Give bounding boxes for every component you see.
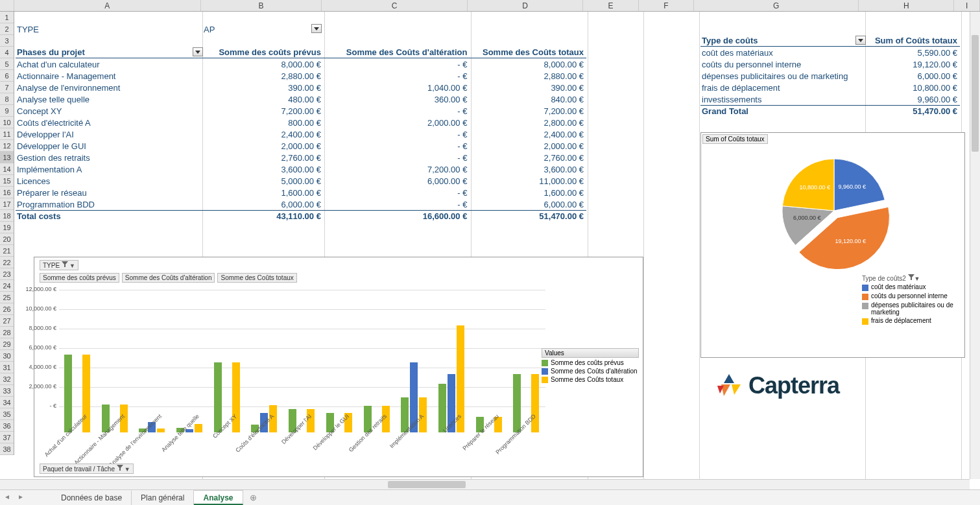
row-header-12[interactable]: 12 xyxy=(0,140,14,152)
grand-total-row: Grand Total51,470.00 € xyxy=(700,105,960,117)
column-header-I[interactable]: I xyxy=(954,0,980,11)
bar-chart[interactable]: TYPE ▼ Somme des coûts prévusSomme des C… xyxy=(34,257,643,477)
bar-chart-plot: - €2,000.00 €4,000.00 €6,000.00 €8,000.0… xyxy=(59,290,545,432)
row-header-36[interactable]: 36 xyxy=(0,420,14,432)
pie-chart-title-chip[interactable]: Sum of Coûts totaux xyxy=(702,134,768,144)
select-all-corner[interactable] xyxy=(0,0,14,11)
row-header-1[interactable]: 1 xyxy=(0,12,14,23)
table-row[interactable]: Achat d'un calculateur8,000.00 €- €8,000… xyxy=(16,58,586,70)
row-header-28[interactable]: 28 xyxy=(0,327,14,338)
svg-marker-4 xyxy=(724,374,734,383)
svg-text:19,120.00 €: 19,120.00 € xyxy=(835,238,866,244)
row-header-34[interactable]: 34 xyxy=(0,397,14,408)
table-row[interactable]: dépenses publicitaires ou de marketing6,… xyxy=(700,70,960,82)
row-header-10[interactable]: 10 xyxy=(0,117,14,128)
row-header-8[interactable]: 8 xyxy=(0,93,14,105)
row-header-21[interactable]: 21 xyxy=(0,245,14,257)
table-row[interactable]: Préparer le réseau1,600.00 €- €1,600.00 … xyxy=(16,187,586,198)
row-header-7[interactable]: 7 xyxy=(0,82,14,93)
horizontal-scrollbar[interactable] xyxy=(0,479,970,489)
column-header-G[interactable]: G xyxy=(694,0,859,11)
row-header-32[interactable]: 32 xyxy=(0,373,14,385)
table-row[interactable]: frais de déplacement10,800.00 € xyxy=(700,82,960,93)
pie-chart[interactable]: Sum of Coûts totaux 9,960.00 €19,120.00 … xyxy=(700,132,965,358)
filter-dropdown-icon[interactable] xyxy=(193,47,203,56)
filter-value: AP xyxy=(204,25,215,34)
row-header-17[interactable]: 17 xyxy=(0,198,14,210)
col-header-phases[interactable]: Phases du projet xyxy=(16,47,203,57)
table-row[interactable]: Concept XY7,200.00 €- €7,200.00 € xyxy=(16,105,586,117)
row-header-4[interactable]: 4 xyxy=(0,47,14,58)
row-header-29[interactable]: 29 xyxy=(0,338,14,350)
column-header-F[interactable]: F xyxy=(639,0,694,11)
row-header-24[interactable]: 24 xyxy=(0,280,14,292)
row-header-25[interactable]: 25 xyxy=(0,292,14,303)
row-header-22[interactable]: 22 xyxy=(0,257,14,268)
column-header-C[interactable]: C xyxy=(322,0,467,11)
col-header-alteration: Somme des Coûts d'altération xyxy=(324,47,470,57)
sheet-tab[interactable]: Plan général xyxy=(132,490,194,505)
column-header-E[interactable]: E xyxy=(583,0,638,11)
row-header-33[interactable]: 33 xyxy=(0,385,14,397)
series-chip[interactable]: Somme des Coûts totaux xyxy=(217,273,296,283)
table-row[interactable]: Analyse telle quelle480.00 €360.00 €840.… xyxy=(16,93,586,105)
row-header-13[interactable]: 13 xyxy=(0,152,14,163)
table-row[interactable]: Implémentation A3,600.00 €7,200.00 €3,60… xyxy=(16,163,586,175)
bar-chart-axis-chip[interactable]: Paquet de travail / Tâche ▼ xyxy=(40,464,134,474)
row-header-6[interactable]: 6 xyxy=(0,70,14,82)
row-header-30[interactable]: 30 xyxy=(0,350,14,362)
pivot-table-cost-types: Type de coûtsSum of Coûts totauxcoût des… xyxy=(700,35,960,117)
row-header-20[interactable]: 20 xyxy=(0,233,14,245)
row-header-11[interactable]: 11 xyxy=(0,128,14,140)
table-row[interactable]: Analyse de l'environnement390.00 €1,040.… xyxy=(16,82,586,93)
bar-chart-legend: Values Somme des coûts prévusSomme des C… xyxy=(542,348,639,384)
row-header-18[interactable]: 18 xyxy=(0,210,14,222)
sheet-tab[interactable]: Analyse xyxy=(194,490,243,505)
column-header-A[interactable]: A xyxy=(14,0,201,11)
column-header-D[interactable]: D xyxy=(468,0,584,11)
row-header-2[interactable]: 2 xyxy=(0,23,14,35)
table-row[interactable]: Développer l'AI2,400.00 €- €2,400.00 € xyxy=(16,128,586,140)
filter-dropdown-icon[interactable] xyxy=(855,36,866,45)
table-row[interactable]: Développer le GUI2,000.00 €- €2,000.00 € xyxy=(16,140,586,152)
bar xyxy=(157,429,165,432)
table-row[interactable]: Actionnaire - Management2,880.00 €- €2,8… xyxy=(16,70,586,82)
vertical-scrollbar[interactable] xyxy=(970,12,980,479)
row-header-16[interactable]: 16 xyxy=(0,187,14,198)
row-header-37[interactable]: 37 xyxy=(0,432,14,443)
col-header-type-couts[interactable]: Type de coûts xyxy=(700,36,866,45)
table-row[interactable]: investissements9,960.00 € xyxy=(700,93,960,105)
tab-nav-buttons[interactable]: ◂ ▸ xyxy=(5,492,27,501)
series-chip[interactable]: Somme des coûts prévus xyxy=(40,273,119,283)
sheet-tab[interactable]: Données de base xyxy=(52,490,132,505)
row-header-14[interactable]: 14 xyxy=(0,163,14,175)
column-header-B[interactable]: B xyxy=(201,0,322,11)
scrollbar-thumb[interactable] xyxy=(388,481,466,488)
row-header-26[interactable]: 26 xyxy=(0,303,14,315)
row-header-15[interactable]: 15 xyxy=(0,175,14,187)
row-header-35[interactable]: 35 xyxy=(0,408,14,420)
row-header-9[interactable]: 9 xyxy=(0,105,14,117)
row-header-23[interactable]: 23 xyxy=(0,268,14,280)
row-header-27[interactable]: 27 xyxy=(0,315,14,327)
row-header-31[interactable]: 31 xyxy=(0,362,14,373)
row-header-5[interactable]: 5 xyxy=(0,58,14,70)
table-row[interactable]: Gestion des retraits2,760.00 €- €2,760.0… xyxy=(16,152,586,163)
series-chip[interactable]: Somme des Coûts d'altération xyxy=(122,273,215,283)
table-row[interactable]: coûts du personnel interne19,120.00 € xyxy=(700,58,960,70)
table-row[interactable]: Coûts d'électricité A800.00 €2,000.00 €2… xyxy=(16,117,586,128)
column-header-H[interactable]: H xyxy=(859,0,954,11)
add-sheet-button[interactable]: ⊕ xyxy=(243,490,263,505)
table-row[interactable]: Licences5,000.00 €6,000.00 €11,000.00 € xyxy=(16,175,586,187)
legend-title: Values xyxy=(542,348,639,358)
row-header-3[interactable]: 3 xyxy=(0,35,14,47)
row-header-38[interactable]: 38 xyxy=(0,443,14,455)
legend-item: coûts du personnel interne xyxy=(862,292,959,300)
table-row[interactable]: coût des matériaux5,590.00 € xyxy=(700,47,960,58)
filter-dropdown-icon[interactable] xyxy=(311,24,322,33)
row-header-19[interactable]: 19 xyxy=(0,222,14,233)
bar-chart-filter-chip[interactable]: TYPE ▼ xyxy=(40,260,78,270)
scrollbar-thumb[interactable] xyxy=(972,35,979,152)
capterra-logo-icon xyxy=(715,371,743,400)
table-row[interactable]: Programmation BDD6,000.00 €- €6,000.00 € xyxy=(16,198,586,210)
